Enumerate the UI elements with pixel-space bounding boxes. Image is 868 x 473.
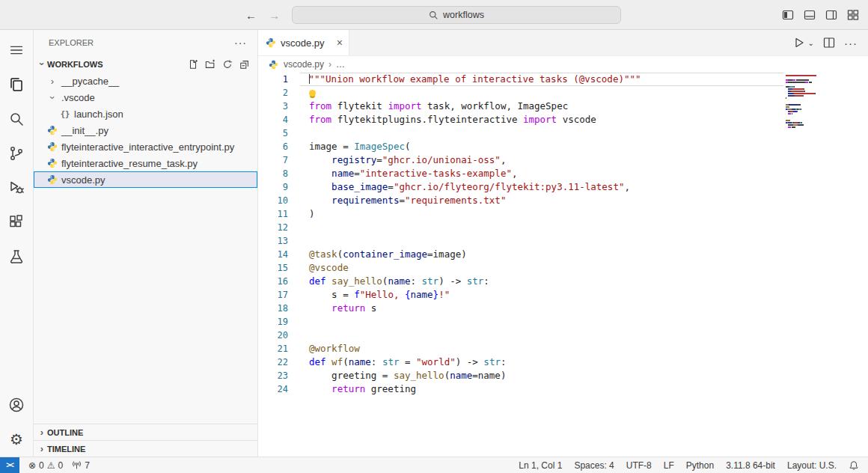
- refresh-icon[interactable]: [222, 59, 233, 70]
- line-number: 1: [258, 73, 288, 86]
- code-editor[interactable]: 1"""Union workflow example of interactiv…: [258, 73, 868, 457]
- code-line-5[interactable]: 5: [258, 126, 868, 140]
- code-line-24[interactable]: 24 return greeting: [258, 382, 868, 396]
- code-line-22[interactable]: 22def wf(name: str = "world") -> str:: [258, 355, 868, 369]
- breadcrumb-separator: ›: [328, 59, 331, 70]
- status-item-spaces-4[interactable]: Spaces: 4: [574, 460, 614, 471]
- tree-item-flyteinteractive_interactive_entrypoint.py[interactable]: flyteinteractive_interactive_entrypoint.…: [34, 138, 257, 155]
- run-debug-icon[interactable]: [0, 171, 34, 205]
- code-line-11[interactable]: 11): [258, 207, 868, 221]
- python-icon: [47, 141, 58, 152]
- code-line-23[interactable]: 23 greeting = say_hello(name=name): [258, 369, 868, 382]
- line-number: 9: [258, 180, 288, 194]
- code-line-7[interactable]: 7 registry="ghcr.io/unionai-oss",: [258, 153, 868, 167]
- status-item-3-11-8-64-bit[interactable]: 3.11.8 64-bit: [726, 460, 775, 471]
- toggle-primary-sidebar-icon[interactable]: [782, 9, 794, 21]
- line-number: 8: [258, 167, 288, 180]
- code-line-3[interactable]: 3from flytekit import task, workflow, Im…: [258, 100, 868, 113]
- workflows-section-header[interactable]: › WORKFLOWS: [34, 55, 257, 73]
- code-line-20[interactable]: 20: [258, 329, 868, 342]
- back-icon[interactable]: ←: [245, 9, 257, 22]
- tree-item-label: vscode.py: [61, 174, 106, 186]
- tree-item-__init__.py[interactable]: __init__.py: [34, 122, 257, 138]
- status-right: Ln 1, Col 1Spaces: 4UTF-8LFPython3.11.8 …: [519, 460, 837, 471]
- breadcrumb-more[interactable]: …: [336, 59, 345, 70]
- new-folder-icon[interactable]: [205, 59, 216, 70]
- timeline-section[interactable]: › TIMELINE: [34, 440, 257, 457]
- run-python-file-icon[interactable]: [793, 37, 805, 49]
- code-lines: 1"""Union workflow example of interactiv…: [258, 73, 868, 396]
- status-item-ln-1-col-1[interactable]: Ln 1, Col 1: [519, 460, 562, 471]
- tree-item-.vscode[interactable]: ›.vscode: [34, 89, 257, 106]
- toggle-secondary-sidebar-icon[interactable]: [825, 9, 837, 21]
- menu-icon[interactable]: [0, 33, 34, 67]
- forward-icon[interactable]: →: [269, 9, 280, 22]
- toggle-panel-icon[interactable]: [804, 9, 816, 21]
- code-line-2[interactable]: 2: [258, 86, 868, 100]
- line-number: 11: [258, 207, 288, 221]
- tab-bar: vscode.py × ⌄ ···: [258, 30, 868, 56]
- status-item-utf-8[interactable]: UTF-8: [626, 460, 652, 471]
- editor-more-icon[interactable]: ···: [844, 37, 858, 49]
- status-item-layout-u-s-[interactable]: Layout: U.S.: [787, 460, 837, 471]
- run-dropdown-icon[interactable]: ⌄: [808, 39, 814, 47]
- tree-item-vscode.py[interactable]: vscode.py: [34, 171, 257, 188]
- code-line-1[interactable]: 1"""Union workflow example of interactiv…: [258, 73, 868, 86]
- account-icon[interactable]: [0, 388, 34, 422]
- command-center-search[interactable]: workflows: [292, 6, 621, 24]
- tree-item-launch.json[interactable]: {}launch.json: [34, 106, 257, 122]
- explorer-more-icon[interactable]: ···: [234, 37, 247, 49]
- split-editor-icon[interactable]: [823, 37, 835, 49]
- code-line-12[interactable]: 12: [258, 221, 868, 234]
- code-line-9[interactable]: 9 base_image="ghcr.io/flyteorg/flytekit:…: [258, 180, 868, 194]
- code-line-10[interactable]: 10 requirements="requirements.txt": [258, 194, 868, 207]
- extensions-icon[interactable]: [0, 205, 34, 239]
- status-item-lf[interactable]: LF: [664, 460, 674, 471]
- code-line-8[interactable]: 8 name="interactive-tasks-example",: [258, 167, 868, 180]
- outline-section[interactable]: › OUTLINE: [34, 424, 257, 440]
- minimap[interactable]: [786, 75, 829, 129]
- remote-indicator[interactable]: ><: [0, 457, 19, 473]
- code-line-21[interactable]: 21@workflow: [258, 342, 868, 355]
- tab-close-icon[interactable]: ×: [337, 37, 343, 49]
- source-control-icon[interactable]: [0, 136, 34, 171]
- problems-indicator[interactable]: ⊗ 0 ⚠ 0: [28, 460, 63, 471]
- collapse-all-icon[interactable]: [239, 59, 250, 70]
- tree-item-label: __init__.py: [61, 125, 109, 136]
- status-item-python[interactable]: Python: [686, 460, 714, 471]
- customize-layout-icon[interactable]: [847, 9, 859, 21]
- code-line-4[interactable]: 4from flytekitplugins.flyteinteractive i…: [258, 113, 868, 126]
- line-number: 15: [258, 261, 288, 275]
- search-value: workflows: [443, 10, 484, 20]
- tab-vscode-py[interactable]: vscode.py ×: [258, 30, 349, 55]
- code-line-19[interactable]: 19: [258, 315, 868, 329]
- chevron-right-icon: ›: [37, 443, 47, 454]
- code-line-18[interactable]: 18 return s: [258, 302, 868, 315]
- explorer-sidebar: EXPLORER ··· › WORKFLOWS ›__pycache__›.v…: [34, 30, 258, 457]
- code-line-14[interactable]: 14@task(container_image=image): [258, 248, 868, 261]
- search-view-icon[interactable]: [0, 102, 34, 136]
- tree-item-label: flyteinteractive_resume_task.py: [61, 158, 198, 169]
- line-number: 23: [258, 369, 288, 382]
- settings-gear-icon[interactable]: ⚙: [0, 422, 34, 457]
- code-line-13[interactable]: 13: [258, 234, 868, 248]
- code-line-16[interactable]: 16def say_hello(name: str) -> str:: [258, 275, 868, 288]
- ports-indicator[interactable]: 7: [72, 460, 90, 471]
- notifications-bell-icon[interactable]: [849, 460, 859, 471]
- remote-icon: ><: [6, 461, 13, 469]
- testing-flask-icon[interactable]: [0, 239, 34, 274]
- tree-item-label: __pycache__: [61, 76, 119, 87]
- line-number: 22: [258, 355, 288, 369]
- lightbulb-icon[interactable]: [309, 90, 316, 97]
- line-number: 4: [258, 113, 288, 126]
- new-file-icon[interactable]: [188, 59, 198, 70]
- tree-item-flyteinteractive_resume_task.py[interactable]: flyteinteractive_resume_task.py: [34, 155, 257, 171]
- tree-item-__pycache__[interactable]: ›__pycache__: [34, 73, 257, 89]
- error-count: 0: [39, 460, 44, 471]
- code-line-17[interactable]: 17 s = f"Hello, {name}!": [258, 288, 868, 302]
- breadcrumb[interactable]: vscode.py › …: [258, 56, 868, 73]
- code-line-6[interactable]: 6image = ImageSpec(: [258, 140, 868, 153]
- breadcrumb-file[interactable]: vscode.py: [284, 59, 324, 70]
- explorer-icon[interactable]: [0, 67, 34, 102]
- code-line-15[interactable]: 15@vscode: [258, 261, 868, 275]
